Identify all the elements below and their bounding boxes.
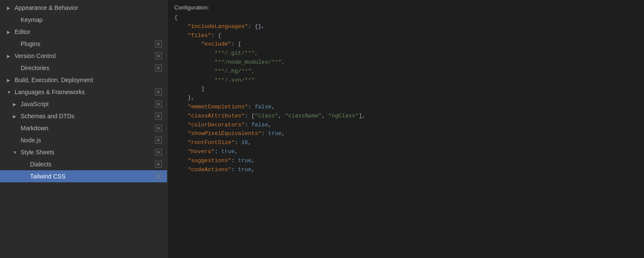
code-line: "hovers": true, <box>174 147 637 157</box>
settings-icon: ⊞ <box>155 89 162 95</box>
sidebar-item-label: Node.js <box>21 137 152 144</box>
sidebar-item-label: Version Control <box>15 52 152 59</box>
sidebar-item-appearance-behavior[interactable]: ▶Appearance & Behavior <box>0 2 167 14</box>
sidebar-item-tailwind-css[interactable]: Tailwind CSS⊞ <box>0 170 167 182</box>
code-line: "**/.hg/**", <box>174 67 637 76</box>
sidebar-item-label: Build, Execution, Deployment <box>15 77 162 83</box>
settings-icon: ⊞ <box>155 173 162 180</box>
sidebar-item-style-sheets[interactable]: ▼Style Sheets⊞ <box>0 146 167 158</box>
sidebar-item-label: Tailwind CSS <box>30 173 152 180</box>
sidebar-item-directories[interactable]: Directories⊞ <box>0 62 167 74</box>
main-content: Configuration: { "includeLanguages": {},… <box>167 0 644 258</box>
settings-icon: ⊞ <box>155 101 162 108</box>
settings-sidebar: ▶Appearance & BehaviorKeymap▶EditorPlugi… <box>0 0 167 258</box>
sidebar-item-label: Dialects <box>30 161 152 168</box>
sidebar-item-label: JavaScript <box>21 101 152 108</box>
sidebar-item-schemas-dtds[interactable]: ▶Schemas and DTDs⊞ <box>0 110 167 122</box>
chevron-icon: ▶ <box>7 78 13 83</box>
code-line: "classAttributes": ["class", "className"… <box>174 112 637 121</box>
code-line: "rootFontSize": 16, <box>174 138 637 147</box>
sidebar-item-label: Plugins <box>21 40 152 47</box>
chevron-icon: ▶ <box>13 102 19 107</box>
sidebar-item-label: Markdown <box>21 125 152 132</box>
sidebar-item-label: Languages & Frameworks <box>15 89 152 95</box>
settings-icon: ⊞ <box>155 52 162 59</box>
sidebar-item-label: Schemas and DTDs <box>21 113 152 120</box>
settings-icon: ⊞ <box>155 161 162 168</box>
sidebar-item-markdown[interactable]: Markdown⊞ <box>0 122 167 134</box>
code-line: "suggestions": true, <box>174 157 637 166</box>
sidebar-item-editor[interactable]: ▶Editor <box>0 26 167 38</box>
sidebar-item-keymap[interactable]: Keymap <box>0 14 167 26</box>
sidebar-item-label: Editor <box>15 28 162 35</box>
sidebar-item-label: Keymap <box>21 16 162 23</box>
code-line: "codeActions": true, <box>174 166 637 175</box>
sidebar-item-build-execution-deployment[interactable]: ▶Build, Execution, Deployment <box>0 74 167 86</box>
sidebar-item-nodejs[interactable]: Node.js⊞ <box>0 134 167 146</box>
code-line: "colorDecorators": false, <box>174 121 637 130</box>
settings-icon: ⊞ <box>155 64 162 71</box>
settings-icon: ⊞ <box>155 113 162 120</box>
sidebar-item-javascript[interactable]: ▶JavaScript⊞ <box>0 98 167 110</box>
code-line: "files": { <box>174 31 637 40</box>
code-line: "showPixelEquivalents": true, <box>174 129 637 138</box>
config-section-label: Configuration: <box>167 0 644 13</box>
sidebar-item-plugins[interactable]: Plugins⊞ <box>0 38 167 50</box>
code-line: }, <box>174 94 637 103</box>
code-line: "exclude": [ <box>174 40 637 49</box>
sidebar-item-label: Appearance & Behavior <box>15 4 162 11</box>
sidebar-item-languages-frameworks[interactable]: ▼Languages & Frameworks⊞ <box>0 86 167 98</box>
sidebar-item-label: Directories <box>21 64 152 71</box>
code-line: "**/.git/**", <box>174 49 637 58</box>
sidebar-item-label: Style Sheets <box>21 149 152 156</box>
settings-icon: ⊞ <box>155 40 162 47</box>
chevron-icon: ▶ <box>7 30 13 34</box>
settings-icon: ⊞ <box>155 125 162 132</box>
code-editor-area: { "includeLanguages": {}, "files": { "ex… <box>167 13 644 258</box>
sidebar-item-dialects[interactable]: Dialects⊞ <box>0 158 167 170</box>
settings-icon: ⊞ <box>155 137 162 144</box>
sidebar-item-version-control[interactable]: ▶Version Control⊞ <box>0 50 167 62</box>
chevron-icon: ▶ <box>7 54 13 58</box>
code-line: "**/.svn/**" <box>174 76 637 85</box>
code-line: "emmetCompletions": false, <box>174 103 637 112</box>
code-line: { <box>174 13 637 22</box>
code-line: "includeLanguages": {}, <box>174 22 637 31</box>
chevron-icon: ▼ <box>7 90 13 95</box>
settings-icon: ⊞ <box>155 149 162 156</box>
code-line: ] <box>174 85 637 94</box>
chevron-icon: ▶ <box>13 114 19 119</box>
code-line: "**/node_modules/**", <box>174 58 637 67</box>
chevron-icon: ▼ <box>13 150 19 155</box>
chevron-icon: ▶ <box>7 6 13 10</box>
